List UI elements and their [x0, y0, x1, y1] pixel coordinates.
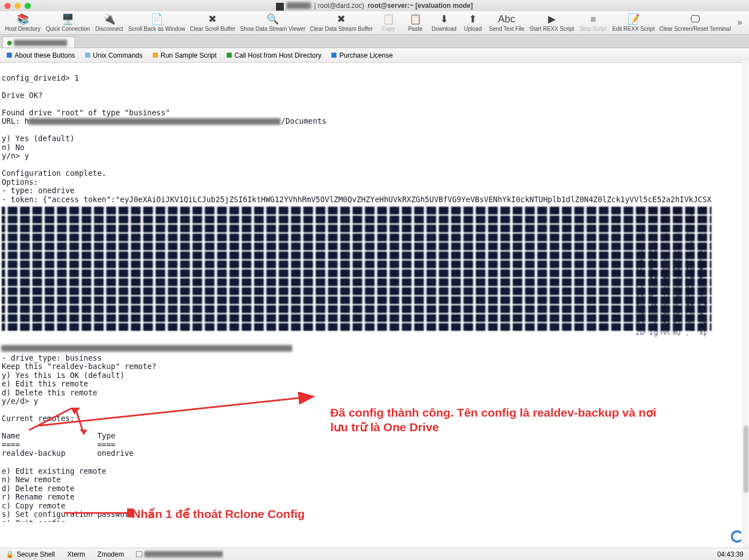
- toolbar-label: Paste: [408, 26, 423, 32]
- toolbar-label: Download: [432, 26, 456, 32]
- token-fragment: wicGxhdGYiOiI1Ii: [635, 232, 708, 241]
- status-xterm[interactable]: Xterm: [67, 550, 85, 558]
- title-text-main: root@server:~ [evaluation mode]: [368, 2, 473, 10]
- terminal-line: Keep this "realdev-backup" remote?: [2, 362, 156, 371]
- toolbar-label: Clear Data Stream Buffer: [310, 26, 373, 32]
- minimize-window-button[interactable]: [15, 3, 21, 9]
- bullet-icon: [227, 53, 232, 58]
- toolbar-start-rexx-script-button[interactable]: ▶Start REXX Script: [527, 12, 577, 33]
- status-zmodem[interactable]: Zmodem: [97, 550, 124, 558]
- toolbar-clear-data-stream-buffer-button[interactable]: ✖Clear Data Stream Buffer: [308, 12, 375, 33]
- toolbar-icon: 📄: [149, 13, 164, 25]
- terminal-line: Found drive "root" of type "business": [2, 108, 170, 117]
- toolbar-label: Start REXX Script: [530, 26, 574, 32]
- toolbar-label: Clear Screen/Reset Terminal: [659, 26, 731, 32]
- statusbar: 🔒 Secure Shell Xterm Zmodem 04:43:39: [0, 548, 749, 560]
- action-label: About these Buttons: [15, 52, 75, 59]
- terminal-line: q) Quit config: [2, 519, 65, 522]
- terminal-line: ==== ====: [2, 440, 115, 449]
- annotation-success: Đã config thành công. Tên config là real…: [330, 405, 666, 435]
- redacted-line: [2, 345, 293, 352]
- terminal-line: y) Yes this is OK (default): [2, 371, 124, 380]
- toolbar-label: Send Text File: [489, 26, 524, 32]
- toolbar-label: Disconnect: [95, 26, 123, 32]
- title-text-left: | root@dard.zoc): [314, 2, 364, 10]
- toolbar-send-text-file-button[interactable]: AbcSend Text File: [486, 12, 527, 33]
- terminal-line: y/n> y: [2, 151, 29, 160]
- toolbar-host-directory-button[interactable]: 📚Host Directory: [2, 12, 43, 33]
- toolbar-icon: ▶: [545, 13, 559, 25]
- toolbar-upload-button[interactable]: ⬆Upload: [460, 12, 486, 33]
- toolbar-clear-scroll-buffer-button[interactable]: ✖Clear Scroll Buffer: [188, 12, 238, 33]
- toolbar-label: Copy: [382, 26, 395, 32]
- toolbar-quick-connection-button[interactable]: 🖥️Quick Connection: [43, 12, 92, 33]
- token-fragment: LldEUCTD6GFD449K: [635, 284, 708, 293]
- action-label: Run Sample Script: [161, 52, 217, 59]
- status-clock: 04:43:39: [717, 550, 743, 558]
- terminal-icon: [276, 3, 284, 11]
- redacted-token-block: woWQtYmI4NC1jYzYVHlkWVRuYUpNWkhHiIxIiwiZ…: [2, 207, 711, 337]
- toolbar-overflow-button[interactable]: »: [733, 17, 747, 27]
- toolbar-label: Scroll Back as Window: [128, 26, 185, 32]
- terminal-line: y) Yes (default): [2, 134, 74, 143]
- terminal-area[interactable]: config_driveid> 1 Drive OK? Found drive …: [0, 63, 749, 522]
- terminal-line: /Documents: [281, 116, 326, 125]
- toolbar-label: Show Data Stream Viewer: [240, 26, 306, 32]
- maximize-window-button[interactable]: [25, 3, 31, 9]
- terminal-line: - type: onedrive: [2, 186, 74, 195]
- token-fragment: 2DOIg6VQ8Q","exp: [635, 328, 708, 337]
- window-title: | root@dard.zoc) root@server:~ [evaluati…: [0, 2, 749, 10]
- toolbar-icon: ■: [586, 13, 601, 25]
- toolbar-paste-button[interactable]: 📋Paste: [402, 12, 429, 33]
- token-fragment: woWQtYmI4NC1jYzY: [635, 207, 708, 216]
- terminal-line: r) Rename remote: [2, 492, 74, 501]
- action-label: Unix Commands: [93, 52, 143, 59]
- token-fragment: iIxIiwiZ2l2ZW5fb: [635, 224, 708, 233]
- toolbar-download-button[interactable]: ⬇Download: [429, 12, 460, 33]
- toolbar-icon: ⬇: [437, 13, 451, 25]
- action-run-sample-script[interactable]: Run Sample Script: [153, 52, 217, 59]
- status-checkbox[interactable]: [136, 551, 223, 557]
- session-tab[interactable]: [2, 36, 75, 48]
- toolbar-label: Edit REXX Script: [612, 26, 655, 32]
- terminal-line: config_driveid> 1: [2, 73, 79, 82]
- app-logo-icon: [729, 529, 745, 544]
- terminal-line: realdev-backup onedrive: [2, 449, 134, 458]
- terminal-line: Drive OK?: [2, 91, 43, 100]
- terminal-line: e) Edit existing remote: [2, 466, 106, 475]
- status-label: Xterm: [67, 550, 85, 558]
- toolbar-show-data-stream-viewer-button[interactable]: 🔍Show Data Stream Viewer: [238, 12, 308, 33]
- action-label: Call Host from Host Directory: [235, 52, 321, 59]
- toolbar-icon: 📋: [381, 13, 396, 25]
- action-unix-commands[interactable]: Unix Commands: [85, 52, 143, 59]
- token-fragment: V0VBIiwidGVuYW50: [635, 250, 708, 259]
- terminal-line: d) Delete remote: [2, 484, 74, 493]
- arrow-icon: [62, 508, 134, 517]
- toolbar-stop-script-button: ■Stop Script: [577, 12, 610, 33]
- redacted-url: [29, 118, 281, 125]
- toolbar-icon: 🔍: [265, 13, 280, 25]
- action-call-host-from-host-directory[interactable]: Call Host from Host Directory: [227, 52, 321, 59]
- token-fragment: VHlkWVRuYUpNWkhH: [635, 215, 708, 224]
- close-window-button[interactable]: [4, 3, 11, 9]
- action-about-these-buttons[interactable]: About these Buttons: [7, 52, 75, 59]
- scrollbar-thumb[interactable]: [743, 426, 748, 493]
- toolbar-label: Stop Script: [579, 26, 607, 32]
- toolbar-icon: 📚: [16, 13, 30, 25]
- token-fragment: gxb3CuTPvlEb7k5e: [635, 276, 708, 285]
- token-fragment: I1vK-FlC5MiReT2s: [635, 293, 708, 302]
- toolbar-clear-screen-reset-terminal-button[interactable]: 🖵Clear Screen/Reset Terminal: [657, 12, 733, 33]
- toolbar-edit-rexx-script-button[interactable]: 📝Edit REXX Script: [610, 12, 657, 33]
- toolbar-scroll-back-as-window-button[interactable]: 📄Scroll Back as Window: [126, 12, 188, 33]
- toolbar-label: Clear Scroll Buffer: [190, 26, 235, 32]
- terminal-line: Options:: [2, 178, 38, 186]
- terminal-line: e) Edit this remote: [2, 379, 88, 388]
- toolbar-disconnect-button[interactable]: 🔌Disconnect: [92, 12, 126, 33]
- toolbar-copy-button: 📋Copy: [375, 12, 402, 33]
- token-fragment: lkd3prNFBOX1MwIn: [635, 267, 708, 276]
- status-secure-shell[interactable]: 🔒 Secure Shell: [6, 550, 55, 558]
- svg-marker-5: [79, 429, 87, 435]
- bullet-icon: [153, 53, 158, 58]
- action-purchase-license[interactable]: Purchase License: [331, 52, 392, 59]
- checkbox-icon[interactable]: [136, 551, 142, 557]
